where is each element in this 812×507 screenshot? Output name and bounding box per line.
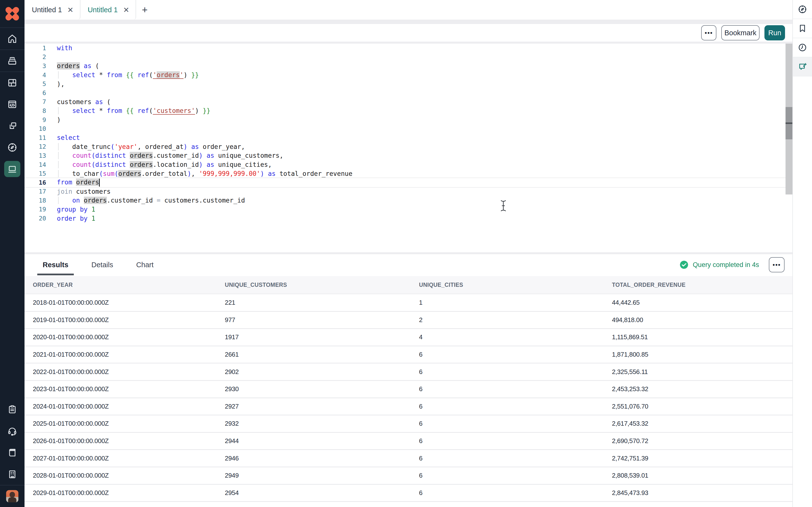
code-line[interactable]: 15 to_char(sum(orders.order_total), '999…	[24, 169, 793, 178]
home-icon[interactable]	[0, 28, 24, 50]
line-number: 2	[24, 53, 46, 60]
results-tab-details[interactable]: Details	[86, 254, 119, 275]
run-button[interactable]: Run	[764, 25, 785, 41]
divider-strip	[24, 19, 793, 24]
clipboard-icon[interactable]	[0, 399, 24, 420]
column-header[interactable]: UNIQUE_CUSTOMERS	[225, 282, 419, 288]
right-sidebar	[793, 0, 812, 507]
paradime-logo[interactable]	[0, 0, 24, 27]
editor-tab[interactable]: Untitled 1✕	[24, 0, 81, 19]
headset-icon[interactable]	[0, 420, 24, 442]
table-row[interactable]: 2026-01-01T00:00:00.000Z294462,690,570.7…	[24, 433, 793, 450]
table-cell: 2,325,556.11	[612, 368, 793, 376]
line-content: ),	[46, 80, 64, 88]
code-line[interactable]: 20order by 1	[24, 214, 793, 223]
results-tab-bar: ResultsDetailsChart Query completed in 4…	[24, 254, 793, 275]
table-row[interactable]: 2029-01-01T00:00:00.000Z295462,845,473.9…	[24, 485, 793, 502]
table-cell: 2,551,076.70	[612, 403, 793, 410]
table-row[interactable]: 2019-01-01T00:00:00.000Z9772494,818.00	[24, 312, 793, 329]
code-line[interactable]: 5),	[24, 79, 793, 89]
table-cell: 6	[419, 472, 612, 479]
results-more-button[interactable]: •••	[769, 257, 784, 272]
line-content: count(distinct orders.location_id) as un…	[46, 161, 272, 168]
code-line[interactable]: 10	[24, 124, 793, 133]
popout-windows-icon[interactable]	[0, 115, 24, 137]
table-cell: 2021-01-01T00:00:00.000Z	[33, 351, 225, 358]
code-line[interactable]: 8 select * from {{ ref('customers') }}	[24, 106, 793, 115]
code-line[interactable]: 14 count(distinct orders.location_id) as…	[24, 160, 793, 169]
table-row[interactable]: 2018-01-01T00:00:00.000Z221144,442.65	[24, 294, 793, 312]
code-line[interactable]: 19group by 1	[24, 205, 793, 214]
column-header[interactable]: TOTAL_ORDER_REVENUE	[612, 282, 793, 288]
editor-scrollbar[interactable]	[785, 44, 793, 194]
table-row[interactable]: 2022-01-01T00:00:00.000Z290262,325,556.1…	[24, 363, 793, 381]
table-cell: 221	[225, 299, 419, 306]
table-row[interactable]: 2027-01-01T00:00:00.000Z294662,742,751.3…	[24, 450, 793, 467]
code-line[interactable]: 18 on orders.customer_id = customers.cus…	[24, 196, 793, 205]
user-avatar[interactable]	[0, 486, 24, 507]
table-cell: 6	[419, 403, 612, 410]
code-line[interactable]: 1with	[24, 44, 793, 53]
line-content: from orders	[46, 178, 100, 187]
table-row[interactable]: 2023-01-01T00:00:00.000Z293062,453,253.3…	[24, 381, 793, 398]
table-cell: 2028-01-01T00:00:00.000Z	[33, 472, 225, 479]
code-line[interactable]: 2	[24, 53, 793, 62]
table-cell: 6	[419, 385, 612, 393]
code-line[interactable]: 11select	[24, 133, 793, 142]
history-clock-icon[interactable]	[793, 38, 812, 57]
dashboard-grid-icon[interactable]	[0, 72, 24, 94]
terminal-icon[interactable]	[0, 158, 24, 180]
line-number: 8	[24, 107, 46, 114]
book-icon[interactable]	[0, 442, 24, 463]
code-window-icon[interactable]	[0, 94, 24, 115]
table-row[interactable]: 2021-01-01T00:00:00.000Z266161,871,800.8…	[24, 346, 793, 364]
line-number: 15	[24, 170, 46, 177]
sql-editor[interactable]: 1with23orders as (4 select * from {{ ref…	[24, 44, 793, 252]
table-cell: 2029-01-01T00:00:00.000Z	[33, 489, 225, 497]
table-cell: 2,617,453.32	[612, 420, 793, 428]
results-tab-chart[interactable]: Chart	[131, 254, 159, 275]
tab-close-icon[interactable]: ✕	[67, 6, 73, 14]
code-line[interactable]: 9)	[24, 115, 793, 124]
inbox-tray-icon[interactable]	[0, 50, 24, 71]
building-icon[interactable]	[0, 463, 24, 485]
table-cell: 2927	[225, 403, 419, 410]
code-line[interactable]: 13 count(distinct orders.customer_id) as…	[24, 151, 793, 160]
line-number: 14	[24, 161, 46, 168]
more-options-button[interactable]: •••	[701, 25, 716, 41]
table-cell: 2	[419, 316, 612, 324]
compass-icon[interactable]	[793, 0, 812, 19]
table-cell: 2954	[225, 489, 419, 497]
left-sidebar	[0, 0, 24, 507]
results-tab-results[interactable]: Results	[37, 254, 74, 275]
table-row[interactable]: 2030-01-01T00:00:00.000Z287961,841,049.3…	[24, 502, 793, 507]
bookmark-icon[interactable]	[793, 19, 812, 38]
bookmark-button[interactable]: Bookmark	[721, 25, 760, 41]
code-line[interactable]: 16from orders	[24, 178, 793, 187]
table-row[interactable]: 2024-01-01T00:00:00.000Z292762,551,076.7…	[24, 398, 793, 416]
ai-chat-sparkle-icon[interactable]	[793, 57, 812, 76]
code-line[interactable]: 4 select * from {{ ref('orders') }}	[24, 70, 793, 79]
table-row[interactable]: 2028-01-01T00:00:00.000Z294962,808,539.0…	[24, 467, 793, 485]
line-content: select * from {{ ref('orders') }}	[46, 71, 199, 78]
table-cell: 6	[419, 368, 612, 376]
code-line[interactable]: 12 date_trunc('year', ordered_at) as ord…	[24, 142, 793, 151]
code-line[interactable]: 7customers as (	[24, 98, 793, 107]
code-line[interactable]: 6	[24, 89, 793, 98]
tab-close-icon[interactable]: ✕	[123, 6, 129, 14]
line-number: 12	[24, 143, 46, 150]
table-cell: 2932	[225, 420, 419, 428]
compass-icon[interactable]	[0, 137, 24, 158]
table-cell: 2022-01-01T00:00:00.000Z	[33, 368, 225, 376]
new-tab-button[interactable]: +	[136, 0, 153, 19]
code-line[interactable]: 17join customers	[24, 187, 793, 196]
table-row[interactable]: 2020-01-01T00:00:00.000Z191741,115,869.5…	[24, 329, 793, 346]
table-cell: 6	[419, 420, 612, 428]
editor-tab[interactable]: Untitled 1✕	[81, 0, 136, 19]
code-line[interactable]: 3orders as (	[24, 61, 793, 70]
column-header[interactable]: ORDER_YEAR	[33, 282, 225, 288]
table-cell: 2,742,751.39	[612, 455, 793, 462]
active-icon-pill	[4, 161, 20, 177]
table-row[interactable]: 2025-01-01T00:00:00.000Z293262,617,453.3…	[24, 415, 793, 433]
column-header[interactable]: UNIQUE_CITIES	[419, 282, 612, 288]
